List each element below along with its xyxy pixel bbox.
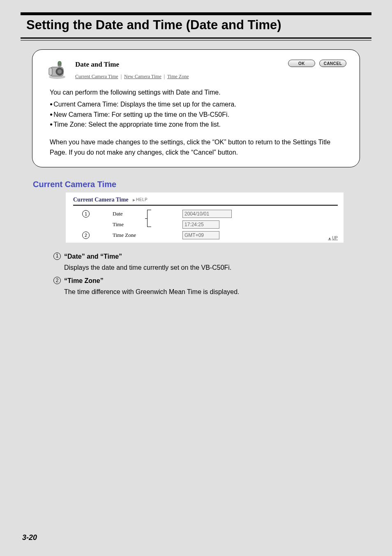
title-rule [21,37,371,39]
list-item: New Camera Time: For setting up the time… [50,110,346,120]
panel-body: You can perform the following settings w… [46,88,346,158]
list-item: Current Camera Time: Displays the time s… [50,100,346,110]
panel-heading: Date and Time [75,60,281,69]
tab-current-camera-time[interactable]: Current Camera Time [75,74,118,79]
definition-number: 1 [53,253,61,260]
section-title: Current Camera Time [33,180,371,189]
callout-bracket [147,210,151,227]
list-item: Time Zone: Select the appropriate time z… [50,120,346,130]
tab-separator: | [164,74,165,79]
panel-note: When you have made changes to the settin… [50,137,346,158]
callout-col: 1 [71,210,100,218]
definition-description: Displays the date and time currently set… [64,263,371,273]
definition-row: 1 “Date” and “Time” [53,252,371,262]
settings-panel: Date and Time Current Camera Time | New … [32,49,360,167]
up-link[interactable]: UP [328,236,338,240]
camera-icon [46,60,69,80]
callout-1: 1 [82,210,90,218]
date-field: 2004/10/01 [182,210,232,218]
page-number: 3-20 [22,533,37,542]
svg-rect-2 [49,68,52,75]
tab-separator: | [121,74,122,79]
definition-number: 2 [53,277,61,284]
panel-buttons: OK CANCEL [288,60,346,67]
panel-bullet-list: Current Camera Time: Displays the time s… [50,100,346,130]
definition-description: The time difference with Greenwich Mean … [64,287,371,297]
timezone-field: GMT+09 [182,231,219,239]
panel-intro: You can perform the following settings w… [50,88,346,98]
time-field: 17:24:25 [182,220,219,229]
settings-snapshot: Current Camera Time HELP 1 Date 2004/10/… [66,192,344,243]
ok-button[interactable]: OK [288,60,315,67]
field-label-timezone: Time Zone [100,232,182,239]
panel-header: Date and Time Current Camera Time | New … [46,60,346,80]
definition-row: 2 “Time Zone” [53,276,371,286]
svg-point-6 [58,61,61,65]
tab-links: Current Camera Time | New Camera Time | … [75,74,281,80]
callout-col: 2 [71,232,100,239]
page-title: Setting the Date and Time (Date and Time… [21,12,371,37]
field-label-date: Date [100,211,182,217]
tab-time-zone[interactable]: Time Zone [167,74,189,79]
cancel-button[interactable]: CANCEL [319,60,346,67]
svg-point-4 [58,70,62,74]
definition-label: “Date” and “Time” [64,252,122,262]
field-label-time: Time [100,221,182,228]
tab-new-camera-time[interactable]: New Camera Time [124,74,161,79]
help-link[interactable]: HELP [133,197,148,202]
snapshot-grid: 1 Date 2004/10/01 Time 17:24:25 2 Time Z… [71,210,338,239]
callout-2: 2 [82,232,90,239]
panel-header-text: Date and Time Current Camera Time | New … [75,60,281,80]
snapshot-title-row: Current Camera Time HELP [73,197,338,206]
definition-label: “Time Zone” [64,276,104,286]
snapshot-title: Current Camera Time [73,197,129,203]
definitions: 1 “Date” and “Time” Displays the date an… [53,252,371,297]
